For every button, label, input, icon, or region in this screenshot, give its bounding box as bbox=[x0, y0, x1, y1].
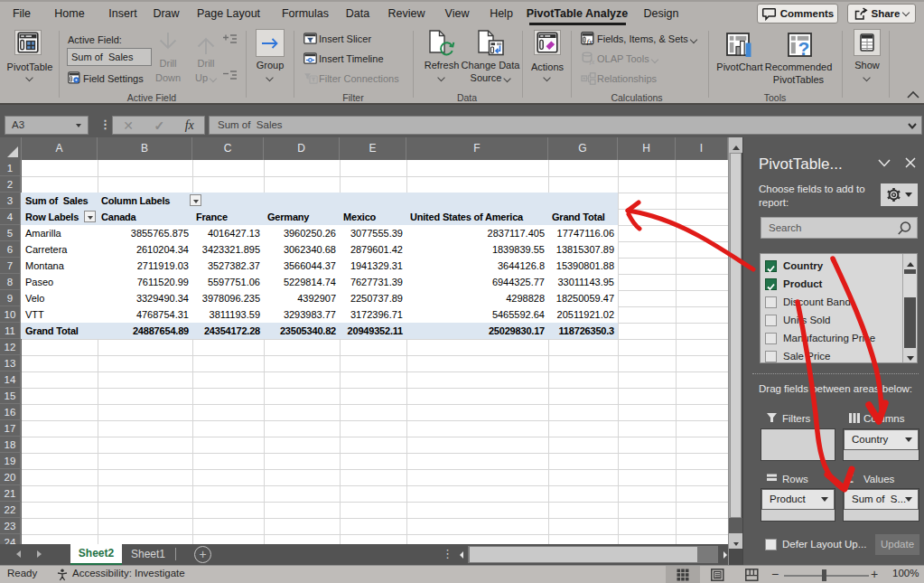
menu-tab-data[interactable]: Data bbox=[346, 0, 369, 27]
row-header-5[interactable]: 5 bbox=[0, 225, 21, 241]
values-field-chip[interactable]: Sum of S... bbox=[844, 489, 919, 510]
formula-bar-expand-icon[interactable] bbox=[908, 123, 917, 129]
column-header-B[interactable]: B bbox=[98, 137, 192, 160]
values-field-dropdown-icon[interactable] bbox=[905, 497, 912, 502]
columns-field-dropdown-icon[interactable] bbox=[905, 437, 912, 442]
enter-icon[interactable]: ✓ bbox=[154, 118, 164, 133]
field-item-manufacturing-price[interactable]: Manufacturing Price bbox=[761, 329, 917, 347]
collapse-field-icon[interactable] bbox=[222, 71, 238, 82]
column-header-A[interactable]: A bbox=[22, 137, 98, 160]
row-labels-filter-icon[interactable] bbox=[84, 211, 96, 222]
vertical-scroll-track[interactable] bbox=[729, 518, 742, 533]
view-page-break-button[interactable] bbox=[742, 567, 762, 583]
row-header-12[interactable]: 12 bbox=[0, 339, 21, 355]
row-header-4[interactable]: 4 bbox=[0, 209, 21, 225]
row-header-7[interactable]: 7 bbox=[0, 258, 21, 274]
row-header-1[interactable]: 1 bbox=[0, 160, 21, 176]
row-header-14[interactable]: 14 bbox=[0, 371, 21, 388]
row-header-11[interactable]: 11 bbox=[0, 323, 21, 339]
field-item-country[interactable]: Country bbox=[761, 257, 917, 275]
rows-field-chip[interactable]: Product bbox=[761, 489, 835, 510]
scroll-down-icon[interactable] bbox=[729, 533, 742, 549]
row-header-15[interactable]: 15 bbox=[0, 388, 21, 404]
zoom-level[interactable]: 100% bbox=[892, 568, 919, 578]
filters-well[interactable] bbox=[761, 428, 835, 461]
row-header-18[interactable]: 18 bbox=[0, 437, 21, 453]
column-labels-filter-icon[interactable] bbox=[190, 194, 201, 206]
menu-tab-view[interactable]: View bbox=[445, 0, 470, 27]
menu-tab-insert[interactable]: Insert bbox=[108, 0, 136, 27]
row-header-9[interactable]: 9 bbox=[0, 290, 21, 306]
collapse-ribbon-icon[interactable] bbox=[907, 90, 919, 99]
menu-tab-review[interactable]: Review bbox=[388, 0, 425, 27]
insert-function-icon[interactable]: fx bbox=[185, 118, 194, 133]
menu-tab-home[interactable]: Home bbox=[54, 0, 84, 27]
field-checkbox-unchecked[interactable] bbox=[765, 351, 777, 362]
expand-field-icon[interactable] bbox=[222, 34, 238, 46]
tools-gear-button[interactable] bbox=[881, 183, 918, 206]
zoom-slider-handle[interactable] bbox=[822, 569, 826, 581]
pane-close-icon[interactable] bbox=[905, 157, 916, 168]
select-all-corner[interactable] bbox=[0, 137, 22, 160]
name-box-splitter[interactable]: ⋮ bbox=[99, 118, 111, 131]
row-header-2[interactable]: 2 bbox=[0, 176, 21, 193]
row-header-8[interactable]: 8 bbox=[0, 274, 21, 290]
formula-input[interactable]: Sum of Sales bbox=[209, 116, 922, 135]
field-checkbox-unchecked[interactable] bbox=[765, 315, 777, 326]
cancel-icon[interactable]: ✕ bbox=[123, 118, 134, 133]
menu-tab-file[interactable]: File bbox=[13, 0, 31, 27]
new-sheet-button[interactable]: + bbox=[194, 546, 211, 563]
row-header-3[interactable]: 3 bbox=[0, 193, 21, 209]
sheet-nav-left-icon[interactable] bbox=[16, 550, 21, 558]
view-normal-button[interactable] bbox=[666, 566, 700, 583]
row-header-6[interactable]: 6 bbox=[0, 241, 21, 258]
menu-tab-help[interactable]: Help bbox=[490, 0, 513, 27]
sheet-tab-active[interactable]: Sheet2 bbox=[70, 544, 122, 565]
tab-scroll-splitter[interactable]: ⋮ bbox=[442, 547, 453, 560]
row-header-10[interactable]: 10 bbox=[0, 306, 21, 323]
field-item-product[interactable]: Product bbox=[761, 275, 917, 293]
comments-button[interactable]: Comments bbox=[757, 4, 838, 24]
sheet-nav-right-icon[interactable] bbox=[37, 550, 42, 558]
zoom-out-icon[interactable]: − bbox=[771, 567, 779, 581]
column-header-H[interactable]: H bbox=[618, 137, 676, 160]
field-item-units-sold[interactable]: Units Sold bbox=[761, 311, 917, 329]
view-page-layout-button[interactable] bbox=[708, 567, 728, 583]
hscroll-left-icon[interactable] bbox=[455, 546, 468, 563]
defer-layout-checkbox[interactable] bbox=[765, 539, 777, 550]
column-header-F[interactable]: F bbox=[406, 137, 548, 160]
rows-field-dropdown-icon[interactable] bbox=[821, 497, 828, 502]
share-button[interactable]: Share bbox=[847, 4, 916, 24]
vertical-scrollbar[interactable] bbox=[728, 137, 742, 565]
row-header-20[interactable]: 20 bbox=[0, 469, 21, 485]
row-header-13[interactable]: 13 bbox=[0, 355, 21, 371]
column-header-C[interactable]: C bbox=[192, 137, 264, 160]
menu-tab-draw[interactable]: Draw bbox=[153, 0, 179, 27]
vertical-scroll-thumb[interactable] bbox=[730, 153, 742, 518]
name-box-dropdown-icon[interactable] bbox=[76, 124, 81, 127]
row-header-21[interactable]: 21 bbox=[0, 485, 21, 502]
name-box[interactable]: A3 bbox=[5, 116, 89, 135]
sheet-tab-inactive[interactable]: Sheet1 bbox=[128, 544, 168, 565]
row-header-19[interactable]: 19 bbox=[0, 453, 21, 469]
field-checkbox-unchecked[interactable] bbox=[765, 333, 777, 344]
row-header-22[interactable]: 22 bbox=[0, 502, 21, 518]
field-checkbox-checked[interactable] bbox=[765, 260, 777, 272]
active-field-input[interactable]: Sum of Sales bbox=[67, 48, 152, 66]
row-header-16[interactable]: 16 bbox=[0, 404, 21, 420]
row-header-24[interactable]: 24 bbox=[0, 534, 21, 545]
field-checkbox-unchecked[interactable] bbox=[765, 296, 777, 308]
column-header-G[interactable]: G bbox=[548, 137, 618, 160]
field-item-discount-band[interactable]: Discount Band bbox=[761, 293, 917, 311]
zoom-slider-track[interactable] bbox=[784, 575, 869, 577]
field-item-sale-price[interactable]: Sale Price bbox=[761, 347, 917, 365]
hscroll-thumb[interactable] bbox=[470, 547, 697, 562]
column-header-E[interactable]: E bbox=[340, 137, 406, 160]
column-header-D[interactable]: D bbox=[264, 137, 340, 160]
menu-tab-design[interactable]: Design bbox=[644, 0, 679, 27]
row-header-17[interactable]: 17 bbox=[0, 420, 21, 437]
menu-tab-page-layout[interactable]: Page Layout bbox=[197, 0, 260, 27]
scroll-up-icon[interactable] bbox=[729, 137, 742, 153]
pane-chevron-down-icon[interactable] bbox=[878, 159, 891, 167]
fields-search-box[interactable]: Search bbox=[761, 217, 918, 239]
